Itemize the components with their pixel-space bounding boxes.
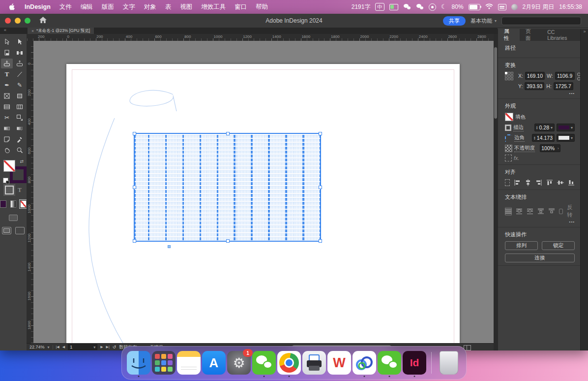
gradient-swatch-tool[interactable] [1,124,13,133]
menu-item[interactable]: InDesign [25,3,51,10]
pencil-tool[interactable]: ✎ [14,80,26,90]
direct-selection-tool[interactable] [14,37,26,47]
frame-handle[interactable] [319,132,322,135]
lock-button[interactable]: 锁定 [542,241,575,250]
align-to-selector-icon[interactable] [505,179,510,186]
apply-none-button[interactable] [20,200,27,208]
horizontal-grid-tool[interactable] [1,102,13,112]
document-tab[interactable]: × *未命名-1 @23% [GPU 预览] [28,28,94,34]
last-page-button[interactable]: ▶| [106,345,110,349]
align-vertical-center-button[interactable] [557,179,564,187]
menu-item[interactable]: 帮助 [256,3,268,10]
frame-handle[interactable] [226,239,230,243]
align-horizontal-center-button[interactable] [525,179,531,187]
tab-properties[interactable]: 属性 [498,29,520,41]
w-field[interactable]: 1106.9 [555,72,575,80]
type-tool[interactable]: T [1,69,13,79]
dock-notes-icon[interactable] [177,351,201,375]
wrap-around-bounding-box-button[interactable] [516,207,523,216]
corner-label[interactable]: 边角 [514,134,525,142]
jump-to-next-column-button[interactable] [548,207,555,216]
panel-dock-strip[interactable]: » [580,29,588,350]
minimize-window-button[interactable] [15,18,21,24]
vertical-scrollbar-thumb[interactable] [494,47,497,119]
vertical-ruler[interactable]: 020040060080010001200140016001800 [27,41,34,343]
menu-item[interactable]: 版面 [102,3,114,10]
frame-handle[interactable] [226,132,230,135]
frame-handle[interactable] [133,132,136,135]
previous-page-button[interactable]: ◀ [62,345,65,349]
x-field[interactable]: 169.10 [525,72,545,80]
align-bottom-button[interactable] [568,179,575,187]
menu-item[interactable]: 窗口 [235,3,247,10]
close-tab-icon[interactable]: × [31,29,34,33]
tab-pages[interactable]: 页面 [520,29,541,41]
frame-handle[interactable] [319,239,322,243]
dock-cloud-drive-icon[interactable] [353,351,376,375]
dock-indesign-icon[interactable]: Id [403,351,426,375]
opacity-label[interactable]: 不透明度 [514,145,535,152]
y-field[interactable]: 393.93 [525,82,544,90]
vertical-scrollbar[interactable] [494,34,498,350]
rectangle-tool[interactable] [14,91,26,101]
page[interactable] [66,64,460,343]
transform-more-options[interactable]: ••• [505,91,575,95]
close-window-button[interactable] [5,18,11,24]
input-switch-icon[interactable] [389,4,398,10]
vertical-grid-tool[interactable] [14,102,26,112]
network-globe-icon[interactable] [511,4,518,10]
collapse-tabs-icon[interactable]: « [4,28,6,32]
apply-gradient-button[interactable] [10,200,17,208]
stroke-label[interactable]: 描边 [513,124,524,131]
align-top-button[interactable] [546,179,553,187]
menu-item[interactable]: 增效工具 [201,3,226,10]
zoom-level[interactable]: 22.74% [29,345,45,349]
do-not-disturb-moon-icon[interactable]: ☾ [441,3,447,10]
dock-wechat-icon[interactable] [252,351,276,375]
dock-wechat-2-icon[interactable] [378,351,401,375]
search-input[interactable] [501,17,581,25]
menu-item[interactable]: 编辑 [81,3,93,10]
menu-item[interactable]: 表 [165,3,172,10]
formatting-affects-container-button[interactable] [5,186,14,194]
arrange-button[interactable]: 排列 [505,241,538,250]
zoom-tool[interactable] [14,145,26,155]
dock-printer-center-icon[interactable] [302,351,326,375]
align-right-button[interactable] [535,179,542,187]
dock-launchpad-icon[interactable] [152,351,176,375]
wrap-around-object-shape-button[interactable] [527,207,533,216]
formatting-affects-text-button[interactable]: T [18,187,22,194]
frame-grid-object[interactable] [134,133,321,242]
page-number-field[interactable]: 1▾ [68,344,97,350]
menu-date[interactable]: 2月9日 周日 [523,3,555,11]
screen-record-icon[interactable] [429,3,436,11]
wechat-status-icon-2[interactable] [416,3,424,10]
jump-object-button[interactable] [537,207,544,216]
workspace-selector[interactable]: 基本功能▾ [470,17,497,25]
align-left-button[interactable] [514,179,521,187]
apple-menu-icon[interactable] [9,3,15,11]
scissors-tool[interactable]: ✂ [1,113,13,123]
zoom-chevron-icon[interactable]: ▾ [48,345,50,349]
fx-label[interactable]: fx. [514,155,519,161]
dock-app-store-icon[interactable]: A [202,351,226,375]
dock-wps-office-icon[interactable]: W [327,351,351,375]
next-page-button[interactable]: ▶ [100,345,103,349]
menu-item[interactable]: 视图 [180,3,192,10]
menu-item[interactable]: 对象 [144,3,156,10]
rotate-spread-icon[interactable]: ↺ [113,345,117,349]
h-field[interactable]: 1725.7 [554,82,573,90]
stroke-color-dropdown[interactable]: ▾ [557,124,575,131]
line-tool[interactable] [14,69,26,79]
path-anchor-point[interactable] [168,245,171,248]
home-icon[interactable] [39,16,47,25]
menu-time[interactable]: 16:55:38 [559,3,582,10]
opacity-field[interactable]: 100%› [540,144,560,152]
expand-panels-icon[interactable]: » [583,29,586,34]
wifi-icon[interactable] [485,3,493,11]
corner-style-dropdown[interactable]: ▾ [557,134,575,142]
document-canvas[interactable] [33,41,494,343]
eyedropper-tool[interactable] [14,134,26,144]
pen-tool[interactable]: ✒ [1,80,13,90]
free-transform-tool[interactable] [14,113,26,123]
